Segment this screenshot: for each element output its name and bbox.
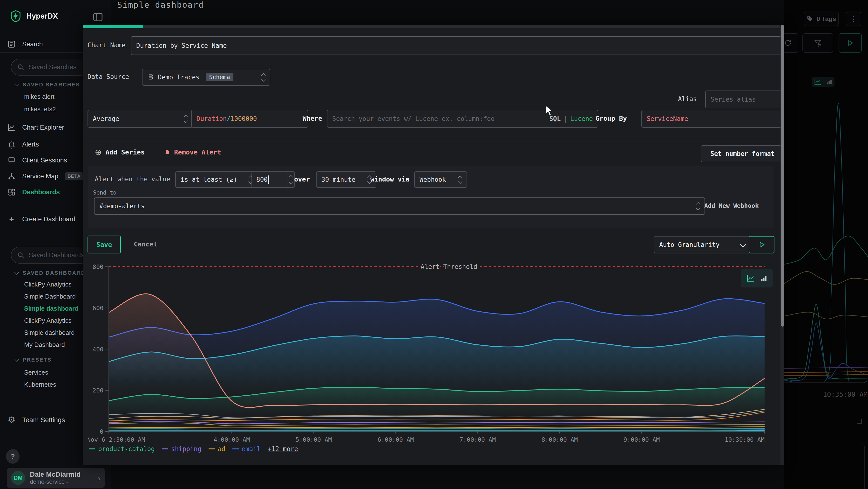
svg-text:7:00:00 AM: 7:00:00 AM <box>460 436 496 443</box>
alias-input[interactable]: Series alias <box>705 90 784 108</box>
chevron-down-icon <box>14 270 19 275</box>
play-icon <box>758 241 765 248</box>
page-title: Simple dashboard <box>117 0 204 25</box>
svg-text:600: 600 <box>93 305 103 312</box>
preset-item[interactable]: Kubernetes <box>24 381 56 389</box>
dashboard-item[interactable]: ClickPy Analytics <box>24 317 72 324</box>
svg-text:4:00:00 AM: 4:00:00 AM <box>214 436 250 443</box>
loading-bar-track <box>83 25 780 28</box>
data-source-label: Data Source <box>88 69 129 85</box>
run-chart-button[interactable] <box>749 236 774 253</box>
cancel-button[interactable]: Cancel <box>134 236 157 253</box>
svg-text:8:00:00 AM: 8:00:00 AM <box>541 436 578 443</box>
dashboard-item[interactable]: Simple dashboard <box>24 329 75 337</box>
svg-text:6:00:00 AM: 6:00:00 AM <box>378 436 414 443</box>
duration-by-service-chart: 0200400600800Nov 6 2:30:00 AM4:00:00 AM5… <box>88 263 768 446</box>
alert-channel-select[interactable]: Webhook <box>414 171 467 188</box>
field-expression-input[interactable]: Duration/1000000 <box>191 110 308 128</box>
svg-text:800: 800 <box>93 263 103 270</box>
legend-dash-icon <box>209 449 215 450</box>
set-number-format-button[interactable]: Set number format <box>701 145 784 162</box>
dashboard-item[interactable]: My Dashboard <box>24 341 65 348</box>
saved-search-item[interactable]: mikes tets2 <box>24 106 56 113</box>
chart-legend: product-catalog shipping ad email +12 mo… <box>89 445 298 453</box>
scrollbar-thumb[interactable] <box>781 25 784 326</box>
alert-comparator-select[interactable]: is at least (≥) <box>175 171 257 188</box>
modal-backdrop <box>784 0 868 489</box>
svg-text:400: 400 <box>93 346 103 353</box>
svg-text:Nov 6 2:30:00 AM: Nov 6 2:30:00 AM <box>88 436 145 443</box>
alert-config-panel: Alert when the value is at least (≥) 800… <box>88 166 774 228</box>
app-logo: HyperDX <box>10 10 58 22</box>
svg-text:Alert Threshold: Alert Threshold <box>421 263 477 270</box>
dashboards-grid-icon <box>7 188 16 197</box>
saved-dashboards-header[interactable]: SAVED DASHBOARDS <box>15 270 90 276</box>
group-by-label: Group By <box>595 110 627 127</box>
preset-item[interactable]: Services <box>24 369 48 376</box>
divider <box>83 99 675 99</box>
alert-threshold-input[interactable]: 800 <box>251 171 295 188</box>
sidebar-item-label: Search <box>22 40 43 48</box>
chart-type-toggle[interactable] <box>741 269 773 287</box>
where-placeholder: Search your events w/ Lucene ex. column:… <box>332 115 549 122</box>
add-series-button[interactable]: ⊕ Add Series <box>95 145 145 159</box>
svg-text:9:00:00 AM: 9:00:00 AM <box>623 436 660 443</box>
legend-dash-icon <box>162 449 168 450</box>
line-chart-icon <box>746 274 755 282</box>
where-label: Where <box>303 110 322 127</box>
lucene-toggle[interactable]: Lucene <box>570 115 593 122</box>
sidebar-collapse-icon[interactable] <box>92 11 103 23</box>
alias-label: Alias <box>678 92 697 106</box>
chevron-updown-icon <box>181 115 187 122</box>
chevron-right-icon: › <box>98 473 100 483</box>
saved-searches-search-input[interactable]: Saved Searches <box>11 59 90 76</box>
beta-badge: BETA <box>65 172 84 180</box>
aggregation-select[interactable]: Average <box>88 110 193 128</box>
divider <box>83 66 780 66</box>
dashboard-item-active[interactable]: Simple dashboard <box>24 305 79 312</box>
saved-search-item[interactable]: mikes alert <box>24 93 55 100</box>
presets-header[interactable]: PRESETS <box>15 357 52 363</box>
group-by-input[interactable]: ServiceName <box>641 110 784 128</box>
dashboard-item[interactable]: Simple Dashboard <box>24 293 76 300</box>
chart-line-icon <box>7 123 16 132</box>
user-org: demo-service - <box>30 479 81 485</box>
chart-name-input[interactable]: Duration by Service Name <box>131 36 784 55</box>
legend-item[interactable]: ad <box>209 445 225 453</box>
divider <box>83 139 780 139</box>
remove-alert-button[interactable]: Remove Alert <box>164 145 221 159</box>
search-icon <box>17 252 24 259</box>
gear-icon: ⚙ <box>7 415 16 424</box>
svg-text:10:30:00 AM: 10:30:00 AM <box>724 436 765 443</box>
bar-chart-icon <box>760 274 768 282</box>
help-button[interactable]: ? <box>6 449 20 464</box>
circle-plus-icon: ⊕ <box>95 148 102 156</box>
avatar: DM <box>11 471 25 485</box>
alert-window-select[interactable]: 30 minute <box>316 171 376 188</box>
window-via-label: window via <box>370 171 410 187</box>
where-search-input[interactable]: Search your events w/ Lucene ex. column:… <box>327 110 598 128</box>
modal-scrollbar[interactable] <box>780 25 784 465</box>
legend-item[interactable]: email <box>232 445 260 453</box>
sitemap-icon <box>7 172 16 180</box>
laptop-icon <box>7 156 16 165</box>
bell-icon <box>164 148 171 156</box>
background-dashboard: 0 Tags ⋮ 10:35:00 AM <box>784 0 868 489</box>
add-new-webhook-button[interactable]: Add New Webhook <box>704 197 759 214</box>
legend-item[interactable]: shipping <box>162 445 201 453</box>
data-source-select[interactable]: Demo Traces Schema <box>142 69 270 86</box>
number-spinner[interactable] <box>287 172 294 187</box>
legend-more-button[interactable]: +12 more <box>268 445 298 453</box>
search-icon <box>17 63 24 71</box>
send-to-label: Send to <box>93 188 117 197</box>
legend-item[interactable]: product-catalog <box>89 445 155 453</box>
legend-dash-icon <box>89 449 95 450</box>
dashboard-item[interactable]: ClickPy Analytics <box>24 281 72 288</box>
text-caret <box>268 175 269 184</box>
granularity-select[interactable]: Auto Granularity <box>654 236 750 253</box>
user-menu[interactable]: DM Dale McDiarmid demo-service - › <box>7 468 105 488</box>
send-to-select[interactable]: #demo-alerts <box>94 197 705 215</box>
saved-dashboards-search-input[interactable]: Saved Dashboards <box>11 247 90 264</box>
save-button[interactable]: Save <box>88 236 121 253</box>
saved-searches-header[interactable]: SAVED SEARCHES <box>15 82 80 88</box>
